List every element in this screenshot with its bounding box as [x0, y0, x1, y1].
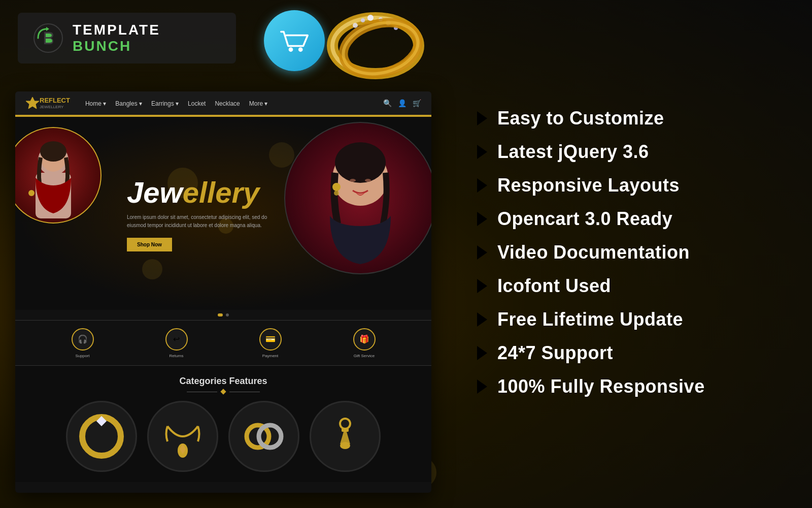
cart-nav-icon[interactable]: 🛒	[413, 99, 421, 107]
gift-icon: 🎁	[359, 334, 369, 344]
feature-payment: 💳 Payment	[259, 328, 282, 358]
arrow-icon-2	[477, 145, 487, 159]
feature-support-247: 24*7 Support	[477, 336, 782, 370]
feature-jquery: Latest jQuery 3.6	[477, 135, 782, 169]
gift-icon-circle: 🎁	[353, 328, 376, 351]
svg-point-7	[361, 18, 365, 22]
hero-section: Jewellery Lorem ipsum dolor sit amet, co…	[15, 117, 431, 310]
feature-video-docs: Video Documentation	[477, 236, 782, 269]
feature-text-3: Responsive Layouts	[497, 175, 680, 196]
svg-point-22	[350, 179, 356, 182]
svg-point-3	[298, 47, 303, 52]
arrow-icon-6	[477, 279, 487, 293]
nav-icons: 🔍 👤 🛒	[383, 99, 421, 107]
svg-point-19	[28, 190, 35, 196]
nav-link-bangles[interactable]: Bangles ▾	[115, 99, 142, 108]
category-circles	[25, 401, 421, 472]
brand-logo-icon	[33, 23, 63, 53]
ring-svg	[325, 5, 426, 86]
arrow-icon-1	[477, 111, 487, 125]
right-panel: Easy to Customize Latest jQuery 3.6 Resp…	[436, 0, 812, 508]
arrow-icon-3	[477, 178, 487, 193]
feature-lifetime-update: Free Lifetime Update	[477, 303, 782, 336]
cart-icon	[277, 23, 312, 58]
nav-logo: REFLECT JEWELLERY	[25, 96, 70, 110]
feature-text-9: 100% Fully Responsive	[497, 376, 705, 397]
hero-title: Jewellery	[127, 175, 269, 209]
svg-rect-35	[342, 428, 349, 432]
returns-label: Returns	[169, 354, 183, 358]
nav-link-earrings[interactable]: Earrings ▾	[151, 99, 179, 108]
arrow-icon-8	[477, 346, 487, 360]
shop-now-button[interactable]: Shop Now	[127, 238, 172, 251]
cat-circle-necklace	[147, 401, 218, 472]
feature-text-1: Easy to Customize	[497, 108, 664, 129]
feature-returns: ↩ Returns	[165, 328, 188, 358]
arrow-icon-4	[477, 212, 487, 226]
features-bar: 🎧 Support ↩ Returns 💳 Payment 🎁	[15, 320, 431, 366]
left-panel: TEMPLATE BUNCH	[0, 0, 436, 508]
svg-marker-14	[26, 97, 39, 109]
feature-text-2: Latest jQuery 3.6	[497, 141, 649, 163]
payment-icon-circle: 💳	[259, 328, 282, 351]
cat-circle-rings-pair	[228, 401, 299, 472]
woman-portrait-right	[284, 122, 431, 274]
feature-text-5: Video Documentation	[497, 242, 690, 263]
arrow-icon-7	[477, 312, 487, 327]
cart-icon-circle[interactable]	[264, 10, 325, 71]
categories-title: Categories Features	[25, 376, 421, 387]
brand-template: TEMPLATE	[73, 22, 160, 38]
nav-link-home[interactable]: Home ▾	[85, 99, 106, 108]
nav-link-more[interactable]: More ▾	[249, 99, 268, 108]
categories-section: Categories Features	[15, 366, 431, 482]
user-icon[interactable]: 👤	[398, 99, 407, 107]
returns-icon-circle: ↩	[165, 328, 188, 351]
feature-text-8: 24*7 Support	[497, 342, 613, 364]
cat-circle-earring	[310, 401, 381, 472]
brand-name: TEMPLATE BUNCH	[73, 22, 160, 54]
svg-point-8	[367, 15, 374, 21]
nav-link-locket[interactable]: Locket	[188, 99, 206, 108]
feature-text-7: Free Lifetime Update	[497, 309, 683, 330]
search-icon[interactable]: 🔍	[383, 99, 392, 107]
hero-body-text: Lorem ipsum dolor sit amet, consectetur …	[127, 213, 269, 230]
svg-point-21	[335, 142, 386, 183]
ring-category-icon	[76, 411, 127, 462]
svg-point-23	[365, 179, 371, 182]
feature-opencart: Opencart 3.0 Ready	[477, 202, 782, 236]
nav-logo-icon	[25, 96, 40, 110]
feature-easy-customize: Easy to Customize	[477, 102, 782, 135]
nav-link-necklace[interactable]: Necklace	[215, 99, 240, 108]
earring-category-icon	[320, 411, 370, 462]
arrow-icon-5	[477, 245, 487, 260]
nav-bar: REFLECT JEWELLERY Home ▾ Bangles ▾ Earri…	[15, 91, 431, 116]
svg-point-24	[332, 183, 341, 191]
nav-links: Home ▾ Bangles ▾ Earrings ▾ Locket Neckl…	[85, 99, 383, 108]
feature-responsive: Responsive Layouts	[477, 169, 782, 202]
svg-marker-1	[46, 27, 49, 31]
feature-text-4: Opencart 3.0 Ready	[497, 208, 672, 230]
brand-header: TEMPLATE BUNCH	[18, 13, 236, 64]
feature-icofont: Icofont Used	[477, 269, 782, 303]
svg-point-18	[40, 141, 66, 162]
feature-gift: 🎁 Gift Service	[353, 328, 376, 358]
feature-fully-responsive: 100% Fully Responsive	[477, 370, 782, 403]
necklace-category-icon	[157, 411, 208, 462]
feature-text-6: Icofont Used	[497, 275, 611, 297]
svg-point-34	[340, 419, 350, 429]
brand-bunch: BUNCH	[73, 38, 131, 54]
svg-point-25	[334, 190, 339, 196]
support-icon: 🎧	[78, 334, 88, 344]
cat-circle-ring	[66, 401, 137, 472]
svg-point-2	[289, 47, 293, 52]
svg-point-27	[87, 422, 116, 451]
woman-portrait-left	[15, 127, 101, 224]
payment-icon: 💳	[265, 334, 276, 344]
svg-point-36	[340, 442, 350, 449]
feature-support: 🎧 Support	[72, 328, 94, 358]
pagination-dots	[15, 310, 431, 320]
payment-label: Payment	[262, 354, 279, 358]
support-icon-circle: 🎧	[72, 328, 94, 351]
website-preview: REFLECT JEWELLERY Home ▾ Bangles ▾ Earri…	[15, 91, 431, 493]
returns-icon: ↩	[173, 334, 180, 344]
